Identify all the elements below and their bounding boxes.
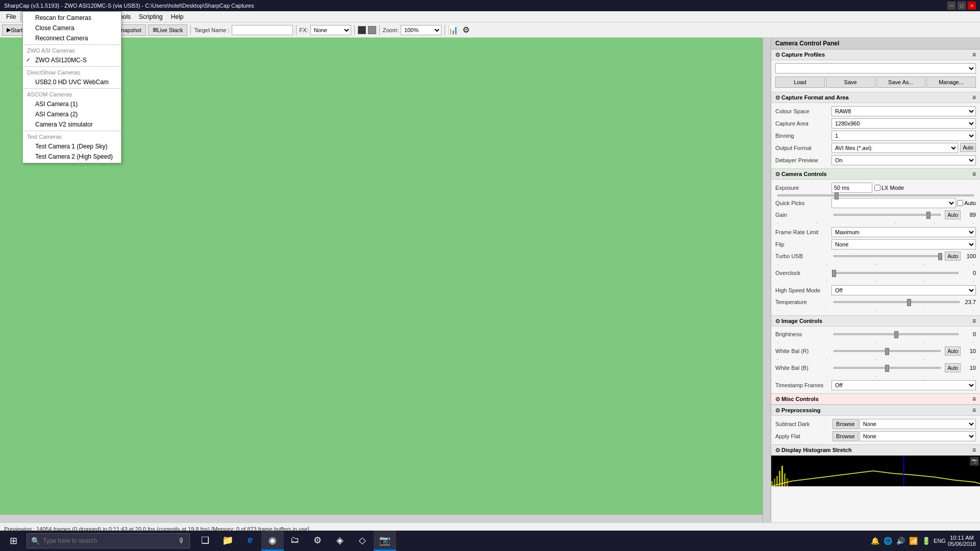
brightness-row: Brightness 0 [771, 329, 980, 340]
histogram-header[interactable]: ⊙ Display Histogram Stretch ≡ [771, 445, 980, 456]
test-camera2-item[interactable]: Test Camera 2 (High Speed) [23, 152, 121, 162]
test-camera1-item[interactable]: Test Camera 1 (Deep Sky) [23, 141, 121, 152]
taskbar-datetime[interactable]: 10:11 AM 05/06/2018 [948, 535, 976, 547]
usb-camera-item[interactable]: USB2.0 HD UVC WebCam [23, 77, 121, 87]
notifications-icon[interactable]: 🔔 [870, 537, 880, 545]
rescan-cameras-item[interactable]: Rescan for Cameras [23, 13, 121, 23]
network-icon[interactable]: 🌐 [883, 537, 893, 545]
sharpcap-app[interactable]: 📷 [374, 531, 396, 551]
save-profile-button[interactable]: Save [826, 77, 875, 88]
preprocessing-header[interactable]: ⊙ Preprocessing ≡ [771, 405, 980, 416]
capture-area-select[interactable]: 1280x960 [831, 118, 976, 129]
apply-flat-select[interactable]: None [860, 431, 976, 441]
white-bal-b-auto-button[interactable]: Auto [945, 363, 961, 372]
frame-rate-select[interactable]: Maximum [831, 227, 976, 237]
apply-flat-browse-button[interactable]: Browse [832, 431, 859, 441]
high-speed-select[interactable]: Off [831, 285, 976, 295]
timestamp-select[interactable]: Off [831, 380, 976, 390]
menu-file[interactable]: File [2, 11, 20, 22]
output-format-select[interactable]: AVI files (*.avi) [831, 143, 958, 153]
image-controls-section: ⊙ Image Controls ≡ Brightness 0 ·· [771, 316, 980, 394]
manage-profile-button[interactable]: Manage... [926, 77, 976, 88]
zoom-select[interactable]: 100% [401, 25, 442, 35]
capture-profiles-menu-icon[interactable]: ≡ [972, 51, 976, 58]
overclock-value: 0 [962, 270, 976, 276]
image-controls-header[interactable]: ⊙ Image Controls ≡ [771, 316, 980, 327]
misc-controls-header[interactable]: ⊙ Misc Controls ≡ [771, 394, 980, 405]
search-input[interactable] [43, 537, 165, 544]
preprocessing-menu-icon[interactable]: ≡ [972, 407, 976, 414]
flip-select[interactable]: None [831, 239, 976, 249]
camera-controls-menu-icon[interactable]: ≡ [972, 170, 976, 178]
histogram-icon[interactable]: 📊 [448, 25, 458, 35]
asi-studio-app[interactable]: ⚙ [306, 531, 329, 551]
white-bal-b-slider[interactable] [834, 367, 941, 369]
colour-space-select[interactable]: RAW8 [831, 106, 976, 116]
camera-controls-header[interactable]: ⊙ Camera Controls ≡ [771, 169, 980, 180]
menu-scripting[interactable]: Scripting [135, 11, 167, 22]
asi-camera1-item[interactable]: ASI Camera (1) [23, 99, 121, 109]
exposure-slider[interactable] [777, 194, 974, 196]
wifi-icon[interactable]: 📶 [908, 537, 919, 545]
file-explorer-app[interactable]: 📁 [216, 531, 239, 551]
language-indicator[interactable]: ENG [934, 538, 946, 544]
app6[interactable]: ◈ [329, 531, 351, 551]
save-as-profile-button[interactable]: Save As... [876, 77, 926, 88]
zwo-current-item[interactable]: ZWO ASI120MC-S [23, 55, 121, 65]
subtract-dark-row: Subtract Dark Browse None [771, 418, 980, 430]
reconnect-camera-item[interactable]: Reconnect Camera [23, 33, 121, 43]
subtract-dark-select[interactable]: None [860, 419, 976, 429]
fx-select[interactable]: None [310, 25, 351, 35]
volume-icon[interactable]: 🔊 [895, 537, 906, 545]
turbo-usb-auto-button[interactable]: Auto [945, 252, 961, 261]
exposure-input[interactable] [831, 183, 872, 193]
gain-slider-dots: ··· ··· [771, 220, 980, 226]
taskview-app[interactable]: ❑ [194, 531, 216, 551]
menu-help[interactable]: Help [167, 11, 188, 22]
turbo-usb-slider[interactable] [834, 255, 941, 257]
capture-format-header[interactable]: ⊙ Capture Format and Area ≡ [771, 92, 980, 103]
overclock-slider[interactable] [834, 272, 959, 274]
debayer-select[interactable]: On [831, 155, 976, 165]
image-controls-menu-icon[interactable]: ≡ [972, 317, 976, 324]
start-button[interactable]: ⊞ [0, 531, 27, 551]
brightness-slider[interactable] [834, 333, 959, 335]
white-bal-r-auto-button[interactable]: Auto [945, 346, 961, 356]
load-profile-button[interactable]: Load [775, 77, 825, 88]
temperature-row: Temperature 23.7 [771, 296, 980, 308]
scrollbar-right[interactable] [763, 38, 771, 522]
preprocessing-content: Subtract Dark Browse None Apply Flat Bro… [771, 416, 980, 444]
targetname-input[interactable] [232, 25, 293, 35]
restore-button[interactable]: □ [958, 2, 966, 10]
ascom-section-header: ASCOM Cameras [23, 90, 121, 99]
capture-format-menu-icon[interactable]: ≡ [972, 94, 976, 101]
subtract-dark-browse-button[interactable]: Browse [832, 419, 859, 429]
microphone-icon[interactable]: 🎙 [178, 537, 185, 545]
sharpcap-forums-app[interactable]: ◉ [261, 531, 284, 551]
profile-select[interactable] [775, 63, 976, 73]
quick-picks-select[interactable] [831, 198, 956, 208]
livestack-button[interactable]: ⊞ Live Stack [148, 24, 188, 36]
gain-auto-button[interactable]: Auto [945, 210, 961, 219]
close-camera-item[interactable]: Close Camera [23, 23, 121, 33]
scrollbar-bottom[interactable] [0, 514, 763, 522]
quick-picks-auto-check[interactable] [957, 200, 963, 206]
minimize-button[interactable]: ─ [947, 2, 955, 10]
close-button[interactable]: ✕ [968, 2, 976, 10]
file-manager-app[interactable]: 🗂 [284, 531, 306, 551]
capture-profiles-header[interactable]: ⊙ Capture Profiles ≡ [771, 49, 980, 60]
edge-app[interactable]: e [239, 531, 261, 551]
binning-select[interactable]: 1 [831, 131, 976, 141]
app7[interactable]: ◇ [351, 531, 374, 551]
asi-camera2-item[interactable]: ASI Camera (2) [23, 109, 121, 119]
output-format-auto-button[interactable]: Auto [960, 143, 976, 152]
camera-v2-sim-item[interactable]: Camera V2 simulator [23, 119, 121, 130]
battery-icon[interactable]: 🔋 [921, 537, 932, 545]
lx-mode-check[interactable] [874, 185, 880, 191]
misc-controls-menu-icon[interactable]: ≡ [972, 395, 976, 403]
settings-icon[interactable]: ⚙ [462, 25, 470, 35]
histogram-menu-icon[interactable]: ≡ [972, 446, 976, 454]
search-bar[interactable]: 🔍 🎙 [27, 533, 190, 548]
white-bal-r-slider[interactable] [834, 350, 941, 352]
gain-slider[interactable] [834, 214, 941, 216]
